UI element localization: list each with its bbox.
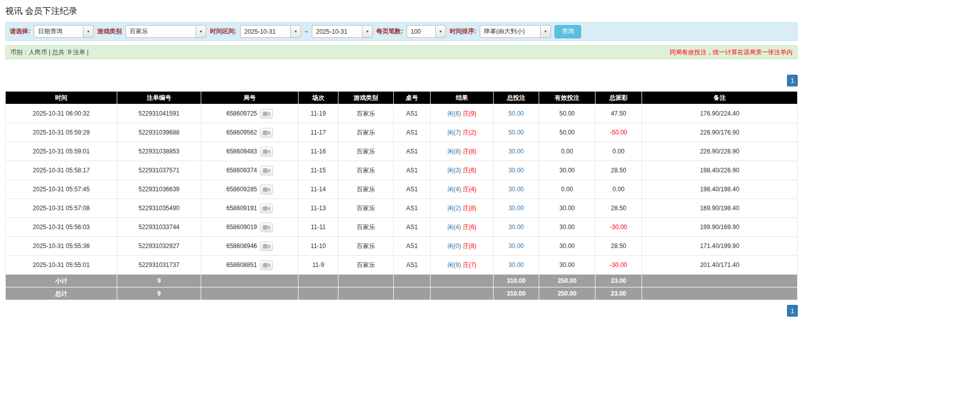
video-replay-button[interactable] [260,241,273,251]
cell-valid-bet: 30.00 [539,256,595,275]
total-bet-link[interactable]: 30.00 [508,205,524,212]
cell-table-no: AS1 [394,123,431,142]
select-type-dropdown-button[interactable]: ▼ [83,25,94,38]
date-to-input[interactable] [312,25,362,38]
video-replay-button[interactable] [260,185,273,194]
cell-total-bet: 30.00 [494,218,539,237]
video-replay-button[interactable] [260,109,273,119]
page-size-input[interactable] [407,25,435,38]
chevron-down-icon: ▼ [87,30,90,33]
video-camera-icon [263,243,270,249]
sort-order-combobox: ▼ [480,25,551,38]
cell-total-bet: 50.00 [494,123,539,142]
cell-remark: 176.90/224.40 [642,104,798,123]
page-1-button[interactable]: 1 [787,305,798,317]
cell-round-id: 658609725 [201,104,299,123]
cell-time: 2025-10-31 05:59:01 [6,142,117,161]
filter-bar: 请选择: ▼ 游戏类别 ▼ 时间区间: ▼ ~ ▼ 每页笔数: ▼ 时间排序: … [5,22,798,41]
cell-result: 闲(0) 庄(8) [431,237,494,256]
search-button[interactable]: 查询 [555,25,581,38]
sort-order-dropdown-button[interactable]: ▼ [540,25,551,38]
total-bet-link[interactable]: 50.00 [508,129,524,136]
cell-round-id: 658609285 [201,180,299,199]
cell-result: 闲(6) 庄(9) [431,104,494,123]
cell-payout: 0.00 [595,180,642,199]
column-header: 时间 [6,92,117,104]
game-type-dropdown-button[interactable]: ▼ [196,25,206,38]
cell-game-type: 百家乐 [338,123,394,142]
table-row: 2025-10-31 05:59:29522931039688658609562… [6,123,798,142]
cell-result: 闲(2) 庄(8) [431,199,494,218]
result-banker: 庄(6) [463,167,477,174]
cell-session: 11-19 [299,104,338,123]
round-id-text: 658608851 [226,261,257,268]
total-bet-link[interactable]: 30.00 [508,148,524,155]
video-camera-icon [263,225,270,230]
result-banker: 庄(4) [463,186,477,193]
cell-bet-id: 522931039688 [117,123,201,142]
cell-valid-bet: 0.00 [539,180,595,199]
select-type-combobox: ▼ [34,25,94,38]
date-from-input[interactable] [240,25,290,38]
video-replay-button[interactable] [260,223,273,232]
result-player: 闲(9) [448,261,461,269]
cell-payout: 0.00 [595,142,642,161]
video-replay-button[interactable] [260,166,273,175]
cell-session: 11-14 [299,180,338,199]
video-replay-button[interactable] [260,147,273,157]
cell-table-no: AS1 [394,180,431,199]
cell-bet-id: 522931032927 [117,237,201,256]
total-bet-link[interactable]: 30.00 [508,261,524,269]
total-bet-link[interactable]: 30.00 [508,224,524,231]
total-bet-link[interactable]: 30.00 [508,186,524,193]
currency-summary-text: 币别：人民币 | 总共 :9 注单 | [10,48,89,57]
video-replay-button[interactable] [260,204,273,213]
cell-total-bet: 30.00 [494,142,539,161]
cell-time: 2025-10-31 05:55:01 [6,256,117,275]
result-player: 闲(0) [448,242,461,250]
pagination-bottom: 1 [5,305,798,317]
summary-empty-cell [338,275,394,287]
cell-session: 11-16 [299,142,338,161]
summary-empty-cell [431,287,494,300]
total-bet-link[interactable]: 30.00 [508,242,524,250]
select-type-input[interactable] [34,25,83,38]
sort-order-input[interactable] [480,25,540,38]
summary-empty-cell [201,275,299,287]
table-header-row: 时间注单编号局号场次游戏类别桌号结果总投注有效投注总派彩备注 [6,92,798,104]
result-player: 闲(3) [448,167,461,174]
cell-result: 闲(8) 庄(8) [431,142,494,161]
cell-result: 闲(9) 庄(7) [431,256,494,275]
result-banker: 庄(8) [463,148,477,155]
summary-row: 小计9310.00250.0023.00 [6,275,798,287]
cell-game-type: 百家乐 [338,218,394,237]
summary-count: 9 [117,275,201,287]
date-to-dropdown-button[interactable]: ▼ [362,25,373,38]
summary-valid-bet: 250.00 [539,287,595,300]
page-1-button[interactable]: 1 [787,75,798,86]
column-header: 注单编号 [117,92,201,104]
game-type-input[interactable] [125,25,196,38]
date-from-dropdown-button[interactable]: ▼ [290,25,301,38]
cell-valid-bet: 50.00 [539,104,595,123]
cell-session: 11-15 [299,161,338,180]
cell-remark: 226.90/176.90 [642,123,798,142]
page-size-dropdown-button[interactable]: ▼ [435,25,446,38]
cell-payout: 28.50 [595,237,642,256]
total-bet-link[interactable]: 50.00 [508,110,524,117]
cell-round-id: 658609562 [201,123,299,142]
cell-result: 闲(7) 庄(2) [431,123,494,142]
total-bet-link[interactable]: 30.00 [508,167,524,174]
cell-remark: 169.90/198.40 [642,199,798,218]
video-replay-button[interactable] [260,260,273,270]
cell-session: 11-13 [299,199,338,218]
cell-table-no: AS1 [394,161,431,180]
video-replay-button[interactable] [260,128,273,138]
summary-total-bet: 310.00 [494,287,539,300]
game-type-label: 游戏类别 [97,27,122,36]
cell-table-no: AS1 [394,218,431,237]
cell-time: 2025-10-31 06:00:32 [6,104,117,123]
cell-table-no: AS1 [394,237,431,256]
cell-bet-id: 522931036639 [117,180,201,199]
cell-bet-id: 522931031737 [117,256,201,275]
